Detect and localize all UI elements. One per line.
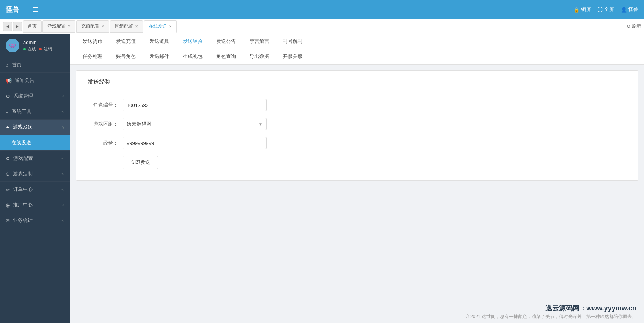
- header-right: 🔒 锁屏 ⛶ 全屏 👤 怪兽: [573, 6, 638, 13]
- online-dot: [23, 48, 26, 50]
- chevron-right-icon-gconf: ＜: [61, 156, 64, 161]
- sub-tab-gen-gift[interactable]: 生成礼包: [176, 49, 209, 65]
- sidebar-item-promotion[interactable]: ◉ 推广中心 ＜: [0, 197, 70, 213]
- app-logo: 怪兽: [6, 5, 19, 14]
- page-footer: 逸云源码网：www.yyymw.cn © 2021 这世间，总有一抹颜色，渲染了…: [458, 301, 644, 323]
- sub-tab-export-data[interactable]: 导出数据: [243, 49, 276, 65]
- chevron-right-icon-promo: ＜: [61, 202, 64, 208]
- game-config-icon: ⚙: [6, 156, 10, 161]
- order-center-icon: ✏: [6, 187, 10, 192]
- tab-home[interactable]: 首页: [23, 20, 42, 33]
- tab-home-label: 首页: [28, 23, 37, 30]
- exp-label: 经验：: [88, 140, 118, 147]
- sub-navigation: 发送货币 发送充值 发送道具 发送经验 发送公告 禁言解言 封号: [70, 34, 644, 65]
- home-icon: ⌂: [6, 62, 9, 68]
- sub-tab-send-exp[interactable]: 发送经验: [176, 34, 209, 49]
- tab-zone-config[interactable]: 区组配置 ✕: [110, 20, 143, 33]
- tab-online-send-label: 在线发送: [149, 23, 167, 30]
- sub-tab-send-notice[interactable]: 发送公告: [209, 34, 243, 49]
- refresh-icon: ↻: [627, 24, 630, 29]
- sub-tab-send-item[interactable]: 发送道具: [143, 34, 176, 49]
- tab-recharge-config-label: 充值配置: [81, 23, 99, 30]
- footer-brand: 逸云源码网：www.yyymw.cn: [466, 304, 636, 313]
- sub-tab-ban-speech[interactable]: 禁言解言: [243, 34, 276, 49]
- tab-game-config-close[interactable]: ✕: [68, 24, 71, 28]
- server-select[interactable]: 逸云源码网 ▼: [123, 118, 267, 130]
- server-select-value: 逸云源码网: [127, 121, 151, 128]
- tab-online-send[interactable]: 在线发送 ✕: [144, 20, 177, 33]
- sub-tab-open-server[interactable]: 开服关服: [276, 49, 309, 65]
- chevron-right-icon-tools: ＜: [61, 109, 64, 114]
- tab-nav-next[interactable]: ▶: [13, 22, 22, 31]
- user-profile-button[interactable]: 👤 怪兽: [621, 6, 638, 13]
- top-header: 怪兽 ☰ 🔒 锁屏 ⛶ 全屏 👤 怪兽: [0, 0, 644, 19]
- sub-tab-account-role[interactable]: 账号角色: [109, 49, 143, 65]
- sidebar-item-game-config[interactable]: ⚙ 游戏配置 ＜: [0, 151, 70, 166]
- tab-game-config-label: 游戏配置: [47, 23, 66, 30]
- sub-tab-send-coin[interactable]: 发送货币: [76, 34, 109, 49]
- status-logout[interactable]: 注销: [39, 46, 52, 52]
- tab-online-send-close[interactable]: ✕: [169, 24, 172, 28]
- sub-tab-seal-unseal[interactable]: 封号解封: [276, 34, 309, 49]
- exp-row: 经验：: [88, 137, 627, 149]
- sidebar-item-business-stats[interactable]: ✉ 业务统计 ＜: [0, 213, 70, 228]
- submit-button[interactable]: 立即发送: [123, 156, 158, 169]
- tab-zone-config-label: 区组配置: [115, 23, 133, 30]
- sidebar-item-order-center[interactable]: ✏ 订单中心 ＜: [0, 182, 70, 197]
- tab-zone-close[interactable]: ✕: [135, 24, 138, 28]
- sub-tab-task-process[interactable]: 任务处理: [76, 49, 109, 65]
- sidebar-menu: ⌂ 首页 📢 通知公告 ⚙ 系统管理 ＜ ≡ 系统: [0, 57, 70, 323]
- notice-icon: 📢: [6, 78, 12, 84]
- header-left: 怪兽 ☰: [6, 5, 39, 14]
- sidebar-item-online-send[interactable]: 在线发送: [0, 135, 70, 151]
- tab-recharge-close[interactable]: ✕: [101, 24, 104, 28]
- status-online: 在线: [23, 46, 36, 52]
- chevron-down-icon: ∨: [62, 125, 64, 129]
- fullscreen-icon: ⛶: [598, 7, 603, 13]
- logout-dot: [39, 48, 42, 50]
- game-custom-icon: ⊙: [6, 171, 10, 177]
- sidebar-toggle-icon[interactable]: ☰: [33, 5, 39, 14]
- form-title: 发送经验: [88, 78, 627, 91]
- game-send-icon: ✦: [6, 124, 10, 130]
- sidebar-item-system-tools[interactable]: ≡ 系统工具 ＜: [0, 104, 70, 120]
- tab-bar: ◀ ▶ 首页 游戏配置 ✕ 充值配置 ✕ 区组配置 ✕ 在线发送 ✕ ↻ 刷新: [0, 19, 644, 34]
- tab-recharge-config[interactable]: 充值配置 ✕: [76, 20, 109, 33]
- submit-row: 立即发送: [88, 156, 627, 169]
- username: admin: [23, 39, 52, 45]
- sidebar-item-notice[interactable]: 📢 通知公告: [0, 73, 70, 88]
- tab-nav-prev[interactable]: ◀: [3, 22, 12, 31]
- fullscreen-button[interactable]: ⛶ 全屏: [598, 6, 614, 13]
- system-tools-icon: ≡: [6, 109, 9, 115]
- sub-nav-row1: 发送货币 发送充值 发送道具 发送经验 发送公告 禁言解言 封号: [76, 34, 638, 49]
- lock-screen-button[interactable]: 🔒 锁屏: [573, 6, 591, 13]
- main-content: 发送货币 发送充值 发送道具 发送经验 发送公告 禁言解言 封号: [70, 34, 644, 323]
- user-status: 在线 注销: [23, 46, 52, 52]
- role-id-input[interactable]: [123, 99, 267, 111]
- role-id-row: 角色编号：: [88, 99, 627, 111]
- tab-game-config[interactable]: 游戏配置 ✕: [42, 20, 75, 33]
- server-label: 游戏区组：: [88, 121, 118, 128]
- server-row: 游戏区组： 逸云源码网 ▼: [88, 118, 627, 130]
- exp-input[interactable]: [123, 137, 267, 149]
- lock-icon: 🔒: [573, 7, 580, 13]
- sidebar-item-game-send[interactable]: ✦ 游戏发送 ∨: [0, 120, 70, 135]
- main-layout: 👾 admin 在线 注销 ⌂ 首页: [0, 34, 644, 323]
- refresh-button[interactable]: ↻ 刷新: [627, 23, 641, 30]
- sidebar-item-system-manage[interactable]: ⚙ 系统管理 ＜: [0, 88, 70, 104]
- chevron-right-icon-stats: ＜: [61, 218, 64, 223]
- chevron-right-icon: ＜: [61, 93, 64, 99]
- chevron-down-icon-select: ▼: [259, 122, 262, 126]
- sub-tab-role-query[interactable]: 角色查询: [209, 49, 243, 65]
- sidebar-item-game-custom[interactable]: ⊙ 游戏定制 ＜: [0, 166, 70, 182]
- business-stats-icon: ✉: [6, 218, 10, 224]
- footer-copyright: © 2021 这世间，总有一抹颜色，渲染了美节，偶时光深外，第一种欣然都陪你而去…: [466, 314, 636, 320]
- sub-tab-send-recharge[interactable]: 发送充值: [109, 34, 143, 49]
- sub-nav-row2: 任务处理 账号角色 发送邮件 生成礼包 角色查询 导出数据 开服: [76, 49, 638, 64]
- sub-tab-send-mail[interactable]: 发送邮件: [143, 49, 176, 65]
- user-info-text: admin 在线 注销: [23, 39, 52, 52]
- sidebar: 👾 admin 在线 注销 ⌂ 首页: [0, 34, 70, 323]
- sidebar-item-home[interactable]: ⌂ 首页: [0, 57, 70, 73]
- promotion-icon: ◉: [6, 202, 10, 208]
- system-manage-icon: ⚙: [6, 93, 10, 99]
